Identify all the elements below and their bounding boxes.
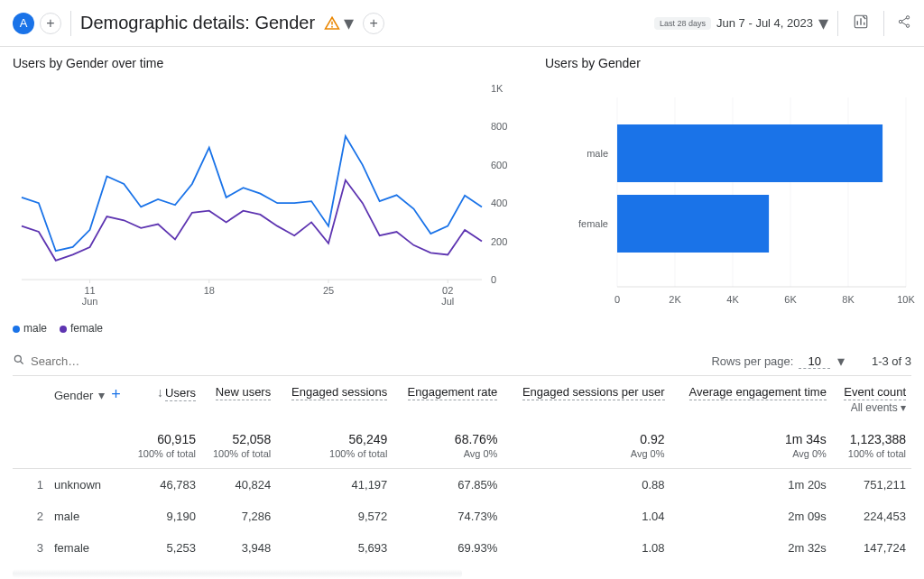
column-header[interactable]: ↓Users [126,376,201,423]
svg-point-40 [14,355,21,362]
column-header[interactable]: Average engagement time [670,376,832,423]
bar-chart[interactable]: 02K4K6K8K10Kmalefemale [545,79,924,314]
metric-cell: 1m 20s [670,469,832,501]
svg-text:10K: 10K [897,294,915,305]
metric-cell: 69.93% [393,532,503,564]
metric-cell: 40,824 [201,469,276,501]
rpp-dropdown-icon[interactable]: ▾ [837,353,845,370]
svg-text:600: 600 [491,160,507,170]
metric-cell: 3,948 [201,532,276,564]
svg-point-5 [906,24,909,27]
svg-text:0: 0 [614,294,620,305]
column-header[interactable]: Engaged sessions per user [503,376,670,423]
data-table: Gender ▾ + ↓UsersNew usersEngaged sessio… [13,376,911,564]
add-segment-button[interactable]: + [40,13,61,34]
table-row[interactable]: 1unknown46,78340,82441,19767.85%0.881m 2… [13,469,911,501]
total-cell: 52,058100% of total [201,423,276,469]
divider [70,11,71,36]
metric-cell: 7,286 [201,501,276,532]
row-index: 3 [13,532,49,564]
svg-text:18: 18 [204,285,215,296]
row-index: 1 [13,469,49,501]
svg-text:1K: 1K [491,83,504,94]
search-input[interactable] [25,351,711,372]
svg-text:02: 02 [442,285,453,296]
metric-cell: 1.08 [503,532,670,564]
svg-rect-37 [617,195,769,253]
metric-cell: 5,693 [276,532,393,564]
line-chart-title: Users by Gender over time [13,56,527,70]
total-cell: 68.76%Avg 0% [393,423,503,469]
dimension-dropdown-icon[interactable]: ▾ [98,388,105,402]
svg-text:25: 25 [323,285,334,296]
date-dropdown-icon[interactable]: ▾ [818,12,828,35]
dimension-header[interactable]: Gender [54,389,93,402]
dimension-value[interactable]: unknown [49,469,126,501]
rows-per-page-value[interactable]: 10 [799,354,829,369]
dimension-value[interactable]: male [49,501,126,532]
title-dropdown-icon[interactable]: ▾ [344,12,354,35]
metric-cell: 0.88 [503,469,670,501]
page-title: Demographic details: Gender [80,13,315,33]
total-cell: 0.92Avg 0% [503,423,670,469]
metric-cell: 41,197 [276,469,393,501]
table-row[interactable]: 2male9,1907,2869,57274.73%1.042m 09s224,… [13,501,911,532]
column-header[interactable]: Engaged sessions [276,376,393,423]
pagination-range: 1-3 of 3 [872,354,911,368]
horizontal-scrollbar[interactable] [13,569,462,578]
total-cell: 60,915100% of total [126,423,201,469]
metric-cell: 9,190 [126,501,201,532]
svg-text:0: 0 [491,274,496,285]
svg-text:male: male [587,148,608,159]
legend: male female [13,317,527,335]
metric-cell: 147,724 [832,532,911,564]
metric-cell: 2m 32s [670,532,832,564]
add-comparison-button[interactable]: + [363,13,384,34]
svg-text:4K: 4K [726,294,739,305]
svg-text:6K: 6K [784,294,797,305]
metric-cell: 9,572 [276,501,393,532]
row-index: 2 [13,501,49,532]
metric-cell: 74.73% [393,501,503,532]
share-icon[interactable] [893,14,911,32]
column-header[interactable]: Engagement rate [393,376,503,423]
bar-chart-title: Users by Gender [545,56,924,70]
search-icon [13,354,25,369]
metric-cell: 5,253 [126,532,201,564]
date-range-label[interactable]: Jun 7 - Jul 4, 2023 [716,16,813,30]
metric-cell: 46,783 [126,469,201,501]
bar-chart-card: Users by Gender 02K4K6K8K10Kmalefemale [545,56,924,335]
svg-rect-35 [617,124,882,182]
svg-text:female: female [578,218,608,229]
metric-cell: 2m 09s [670,501,832,532]
column-header[interactable]: New users [201,376,276,423]
customize-icon[interactable] [847,14,874,32]
segment-bubble[interactable]: A [13,13,34,34]
column-header[interactable]: Event countAll events ▾ [832,376,911,423]
total-cell: 1,123,388100% of total [832,423,911,469]
divider [837,11,838,36]
line-chart[interactable]: 02004006008001K11Jun182502Jul [13,79,527,314]
line-chart-card: Users by Gender over time 02004006008001… [13,56,527,335]
svg-line-41 [21,362,23,364]
report-header: A + Demographic details: Gender ▾ + Last… [0,0,924,47]
add-dimension-button[interactable]: + [111,385,121,404]
metric-cell: 224,453 [832,501,911,532]
svg-text:2K: 2K [669,294,681,305]
svg-point-1 [331,25,333,27]
legend-male: male [23,322,47,335]
metric-cell: 1.04 [503,501,670,532]
table-row[interactable]: 3female5,2533,9485,69369.93%1.082m 32s14… [13,532,911,564]
divider [883,11,884,36]
dimension-value[interactable]: female [49,532,126,564]
rows-per-page-label: Rows per page: [711,354,793,368]
svg-text:200: 200 [491,236,507,247]
svg-point-4 [906,16,909,19]
svg-text:400: 400 [491,198,507,208]
svg-text:Jul: Jul [441,296,454,307]
warning-icon[interactable] [322,14,342,33]
svg-text:800: 800 [491,121,507,132]
svg-text:11: 11 [84,285,95,296]
total-cell: 56,249100% of total [276,423,393,469]
legend-female: female [70,322,103,335]
